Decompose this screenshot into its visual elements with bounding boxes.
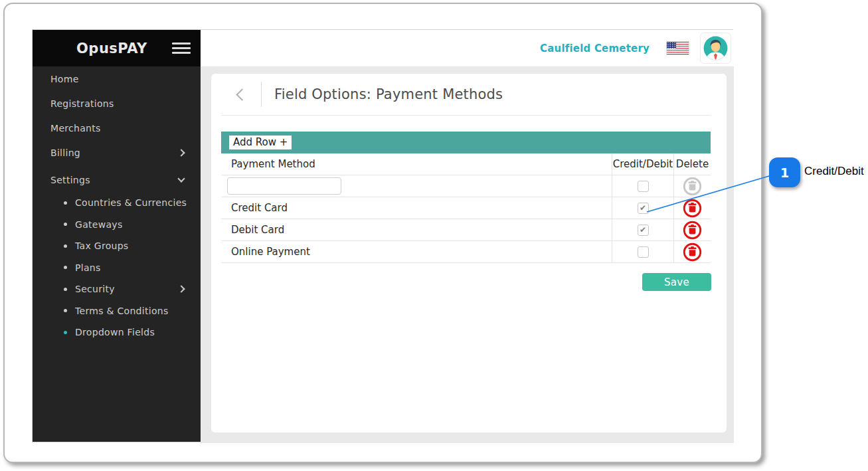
save-button[interactable]: Save	[642, 273, 711, 291]
payment-method-name: Online Payment	[221, 241, 612, 262]
trash-icon	[688, 180, 696, 190]
sidebar-item-merchants[interactable]: Merchants	[33, 116, 201, 140]
sidebar-item-billing[interactable]: Billing	[33, 140, 201, 165]
credit-debit-checkbox[interactable]	[638, 225, 649, 236]
sidebar-item-label: Plans	[75, 262, 101, 273]
table-row-credit-card: Credit Card	[221, 197, 711, 219]
sidebar-item-settings[interactable]: Settings	[33, 167, 201, 192]
table-row-new	[221, 175, 711, 197]
sidebar-item-label: Security	[75, 284, 115, 294]
sidebar-item-gateways[interactable]: Gateways	[33, 214, 201, 236]
delete-button[interactable]	[682, 220, 703, 240]
brand-logo: OpusPAY	[33, 41, 147, 56]
sidebar-item-plans[interactable]: Plans	[33, 257, 201, 279]
add-row-button[interactable]: Add Row +	[229, 136, 292, 149]
delete-button[interactable]	[682, 242, 703, 262]
sidebar-item-security[interactable]: Security	[33, 278, 201, 300]
column-header-credit-debit: Credit/Debit	[612, 153, 673, 175]
title-underline	[221, 115, 711, 116]
column-header-payment-method: Payment Method	[221, 153, 612, 175]
new-payment-method-input[interactable]	[227, 177, 341, 195]
chevron-right-icon	[177, 149, 185, 156]
content-card: Field Options: Payment Methods Add Row +…	[211, 74, 727, 432]
table-action-bar: Add Row +	[221, 132, 711, 153]
sidebar-item-label: Settings	[50, 175, 90, 185]
back-chevron-icon[interactable]	[236, 88, 248, 100]
credit-debit-checkbox[interactable]	[638, 246, 649, 258]
sidebar-item-countries-currencies[interactable]: Countries & Currencies	[33, 192, 201, 214]
payment-method-name: Credit Card	[221, 197, 612, 219]
chevron-down-icon	[177, 175, 185, 182]
column-header-delete: Delete	[673, 153, 711, 175]
bullet-icon	[64, 266, 67, 269]
account-name-link[interactable]: Caulfield Cemetery	[540, 43, 650, 54]
sidebar-item-label: Registrations	[50, 98, 114, 109]
title-divider	[261, 82, 262, 107]
table-row-debit-card: Debit Card	[221, 219, 711, 241]
delete-button[interactable]	[682, 198, 703, 219]
sidebar-item-label: Terms & Conditions	[75, 306, 169, 316]
bullet-icon	[64, 288, 67, 291]
sidebar-item-dropdown-fields[interactable]: Dropdown Fields	[33, 322, 201, 343]
sidebar: OpusPAY Home Registrations Merchants Bil…	[33, 30, 201, 442]
sidebar-nav: Home Registrations Merchants Billing Set…	[33, 66, 201, 343]
us-flag-icon[interactable]	[667, 42, 689, 54]
trash-icon	[688, 224, 696, 234]
sidebar-item-label: Dropdown Fields	[75, 327, 155, 337]
trash-icon	[688, 202, 696, 212]
chevron-right-icon	[177, 286, 185, 293]
main-content-area: Field Options: Payment Methods Add Row +…	[201, 66, 734, 443]
sidebar-item-label: Merchants	[50, 123, 101, 134]
sidebar-item-label: Home	[50, 74, 79, 84]
delete-button-disabled	[682, 176, 703, 197]
avatar-icon	[702, 35, 729, 62]
sidebar-item-label: Billing	[50, 147, 80, 158]
sidebar-header: OpusPAY	[33, 30, 201, 66]
page-title-row: Field Options: Payment Methods	[211, 74, 727, 115]
user-avatar[interactable]	[700, 33, 731, 64]
bullet-icon	[64, 309, 67, 312]
sidebar-item-home[interactable]: Home	[33, 66, 201, 91]
bullet-icon	[64, 201, 67, 205]
bullet-icon	[64, 244, 67, 248]
trash-icon	[688, 246, 696, 256]
sidebar-item-tax-groups[interactable]: Tax Groups	[33, 235, 201, 257]
page-title: Field Options: Payment Methods	[274, 86, 503, 102]
credit-debit-checkbox[interactable]	[638, 181, 649, 192]
sidebar-item-terms-conditions[interactable]: Terms & Conditions	[33, 300, 201, 322]
sidebar-item-label: Countries & Currencies	[75, 197, 187, 208]
bullet-icon	[64, 223, 67, 226]
hamburger-menu-icon[interactable]	[172, 43, 191, 54]
payment-methods-table: Payment Method Credit/Debit Delete	[221, 153, 711, 263]
app-window: OpusPAY Home Registrations Merchants Bil…	[32, 29, 733, 442]
credit-debit-checkbox[interactable]	[638, 203, 649, 214]
sidebar-item-registrations[interactable]: Registrations	[33, 91, 201, 116]
top-header-bar: Caulfield Cemetery	[201, 30, 734, 66]
table-header-row: Payment Method Credit/Debit Delete	[221, 153, 711, 175]
table-row-online-payment: Online Payment	[221, 241, 711, 263]
annotation-number: 1	[780, 165, 789, 180]
annotation-badge: 1	[769, 157, 800, 187]
sidebar-item-label: Tax Groups	[75, 240, 128, 251]
payment-method-name: Debit Card	[221, 219, 612, 240]
sidebar-item-label: Gateways	[75, 219, 123, 230]
bullet-icon	[64, 331, 67, 334]
annotation-label: Credit/Debit	[803, 164, 865, 179]
